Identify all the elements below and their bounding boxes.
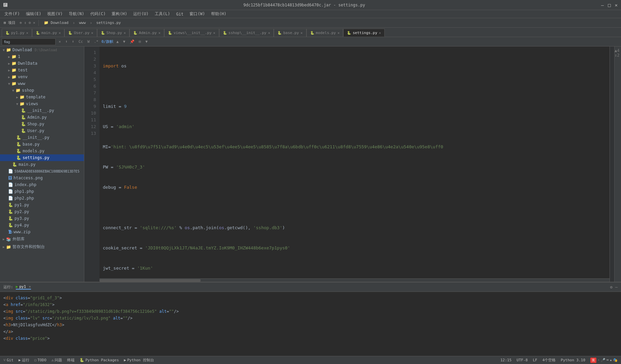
tab-user[interactable]: 🐍 User.py ✕ bbox=[64, 29, 97, 37]
terminal-content[interactable]: <div class="grid1_of_3"> <a href="/info/… bbox=[0, 292, 621, 357]
menu-tools[interactable]: 工具(L) bbox=[152, 10, 173, 18]
sidebar-item-settings[interactable]: 🐍 settings.py bbox=[0, 154, 84, 161]
sidebar-item-admin[interactable]: 🐍 Admin.py bbox=[0, 114, 84, 121]
status-python-console[interactable]: ▶ Python 控制台 bbox=[124, 358, 154, 363]
sidebar-item-www[interactable]: ▼ 📁 www bbox=[0, 80, 84, 87]
sidebar-item-py1[interactable]: 🐍 py1.py bbox=[0, 202, 84, 208]
sidebar-item-scratch[interactable]: ▶ 📁 暂存文件和控制台 bbox=[0, 243, 84, 251]
tab-views-init[interactable]: 🐍 views\__init__.py ✕ bbox=[164, 29, 219, 37]
sidebar-item-venv[interactable]: ▶ 📁 venv bbox=[0, 73, 84, 80]
ime-mic[interactable]: 🎤 bbox=[601, 358, 605, 362]
tab-admin[interactable]: 🐍 Admin.py ✕ bbox=[129, 29, 164, 37]
terminal-settings-icon[interactable]: ⚙ bbox=[610, 285, 613, 290]
sidebar-item-py2[interactable]: 🐍 py2.py bbox=[0, 208, 84, 215]
search-clear-btn[interactable]: ✕ bbox=[57, 39, 62, 44]
tab-admin-close[interactable]: ✕ bbox=[158, 31, 160, 35]
toolbar-view-btn[interactable]: ⊞ 项目 bbox=[2, 20, 18, 26]
code-area[interactable]: import os limit = 9 US = 'admin' MI='hin… bbox=[99, 47, 610, 282]
menu-file[interactable]: 文件(F) bbox=[2, 10, 23, 18]
code-editor[interactable]: 1 2 3 4 5 6 7 8 9 10 11 12 13 import os bbox=[84, 47, 621, 282]
menu-edit[interactable]: 编辑(E) bbox=[23, 10, 44, 18]
sidebar-item-views-init[interactable]: 🐍 __init__.py bbox=[0, 107, 84, 114]
project-name[interactable]: 📁 Download bbox=[42, 20, 71, 26]
tab-models[interactable]: 🐍 models.py ✕ bbox=[306, 29, 344, 37]
search-input[interactable] bbox=[2, 38, 56, 45]
tab-base[interactable]: 🐍 base.py ✕ bbox=[274, 29, 306, 37]
search-filter[interactable]: ⊟ bbox=[138, 39, 143, 44]
menu-run[interactable]: 运行(U) bbox=[130, 10, 151, 18]
breadcrumb-file[interactable]: settings.py bbox=[94, 20, 123, 26]
search-word-btn[interactable]: W bbox=[86, 39, 91, 44]
tab-py1-close[interactable]: ✕ bbox=[26, 31, 28, 35]
menu-navigate[interactable]: 导航(N) bbox=[66, 10, 87, 18]
terminal-tab-py1[interactable]: ▶ py1 ✕ bbox=[16, 284, 31, 290]
tab-settings[interactable]: 🐍 settings.py ✕ bbox=[343, 29, 385, 37]
tab-settings-close[interactable]: ✕ bbox=[379, 31, 381, 35]
search-next-btn[interactable]: ⬇ bbox=[70, 39, 76, 44]
horizontal-scrollbar[interactable] bbox=[99, 278, 610, 282]
search-more[interactable]: ▼ bbox=[144, 39, 149, 44]
menu-view[interactable]: 视图(V) bbox=[45, 10, 65, 18]
terminal-close-icon[interactable]: — bbox=[615, 285, 618, 290]
status-git[interactable]: ⑂ Git bbox=[3, 358, 13, 362]
tab-shop[interactable]: 🐍 Shop.py ✕ bbox=[97, 29, 129, 37]
status-terminal-label[interactable]: 终端 bbox=[67, 358, 75, 363]
menu-git[interactable]: Git bbox=[174, 11, 186, 17]
tab-base-close[interactable]: ✕ bbox=[301, 31, 303, 35]
sidebar-item-download[interactable]: ▼ 📁 Download D:\Download bbox=[0, 47, 84, 53]
sidebar-item-sshop[interactable]: ▼ 📁 sshop bbox=[0, 87, 84, 94]
tab-views-init-close[interactable]: ✕ bbox=[213, 31, 215, 35]
breadcrumb-www[interactable]: www bbox=[77, 20, 88, 26]
tab-sshop-init-close[interactable]: ✕ bbox=[268, 31, 270, 35]
search-regex-btn[interactable]: .* bbox=[93, 39, 100, 44]
search-prev-btn[interactable]: ⬆ bbox=[64, 39, 69, 44]
sidebar-item-htaccess[interactable]: 🖼 htaccess.png bbox=[0, 175, 84, 181]
maximize-button[interactable]: □ bbox=[608, 2, 611, 8]
menu-window[interactable]: 窗口(W) bbox=[187, 10, 208, 18]
sidebar-item-1[interactable]: ▶ 📁 1 bbox=[0, 53, 84, 60]
ime-flag[interactable]: 🎭 bbox=[613, 358, 618, 362]
sidebar-item-main[interactable]: 🐍 main.py bbox=[0, 161, 84, 168]
sidebar-item-php2[interactable]: 📄 php2.php bbox=[0, 195, 84, 202]
status-ime[interactable]: 英 · 🎤 ⌨ ★ 🎭 bbox=[590, 358, 618, 363]
sidebar-item-views[interactable]: ▼ 📁 views bbox=[0, 100, 84, 107]
sidebar-item-py4[interactable]: 🐍 py4.py bbox=[0, 222, 84, 229]
sidebar-item-hash[interactable]: 📄 59ABAAD8E68806EBAC108BD69B13D7E5 bbox=[0, 168, 84, 175]
tab-py1[interactable]: 🐍 py1.py ✕ bbox=[2, 29, 32, 37]
tab-models-close[interactable]: ✕ bbox=[337, 31, 339, 35]
sidebar-item-dwnldata[interactable]: ▶ 📁 DwnlData bbox=[0, 60, 84, 67]
sidebar-item-ext-libs[interactable]: ▶ 📚 外部库 bbox=[0, 235, 84, 243]
scrollbar-thumb[interactable] bbox=[99, 279, 201, 282]
menu-code[interactable]: 代码(C) bbox=[88, 10, 109, 18]
tab-main[interactable]: 🐍 main.py ✕ bbox=[32, 29, 64, 37]
menu-refactor[interactable]: 重构(H) bbox=[109, 10, 130, 18]
ime-star[interactable]: ★ bbox=[610, 358, 612, 362]
menu-help[interactable]: 帮助(H) bbox=[208, 10, 229, 18]
sidebar-item-test[interactable]: ▶ 📁 test bbox=[0, 67, 84, 73]
tab-shop-close[interactable]: ✕ bbox=[124, 31, 126, 35]
status-problems[interactable]: ⚠ 问题 bbox=[52, 358, 62, 363]
sidebar-item-models[interactable]: 🐍 models.py bbox=[0, 148, 84, 154]
status-python-packages[interactable]: 🐍 Python Packages bbox=[80, 358, 119, 362]
ime-kbd[interactable]: ⌨ bbox=[607, 358, 609, 362]
tab-sshop-init[interactable]: 🐍 sshop\__init__.py ✕ bbox=[219, 29, 274, 37]
tab-main-close[interactable]: ✕ bbox=[59, 31, 61, 35]
sidebar-item-user[interactable]: 🐍 User.py bbox=[0, 127, 84, 134]
search-case-btn[interactable]: Cc bbox=[77, 39, 84, 44]
search-wrap[interactable]: ▼ bbox=[122, 39, 127, 44]
minimize-button[interactable]: — bbox=[601, 2, 604, 8]
sidebar-item-template[interactable]: ▶ 📁 template bbox=[0, 94, 84, 100]
status-run[interactable]: ▶ 运行 bbox=[19, 358, 29, 363]
status-todo[interactable]: ☐ TODO bbox=[34, 358, 47, 362]
sidebar-item-base[interactable]: 🐍 base.py bbox=[0, 141, 84, 148]
sidebar-item-wwwzip[interactable]: 🗜 www.zip bbox=[0, 229, 84, 235]
terminal-tab-close[interactable]: ✕ bbox=[29, 284, 31, 289]
search-pin[interactable]: 📌 bbox=[128, 39, 136, 44]
close-button[interactable]: ✕ bbox=[615, 2, 618, 8]
search-match-case[interactable]: ▲ bbox=[115, 39, 120, 44]
tab-user-close[interactable]: ✕ bbox=[91, 31, 93, 35]
sidebar-item-sshop-init[interactable]: 🐍 __init__.py bbox=[0, 134, 84, 141]
sidebar-item-py3[interactable]: 🐍 py3.py bbox=[0, 215, 84, 222]
sidebar-item-php1[interactable]: 📄 php1.php bbox=[0, 188, 84, 195]
sidebar-item-index[interactable]: 📄 index.php bbox=[0, 181, 84, 188]
